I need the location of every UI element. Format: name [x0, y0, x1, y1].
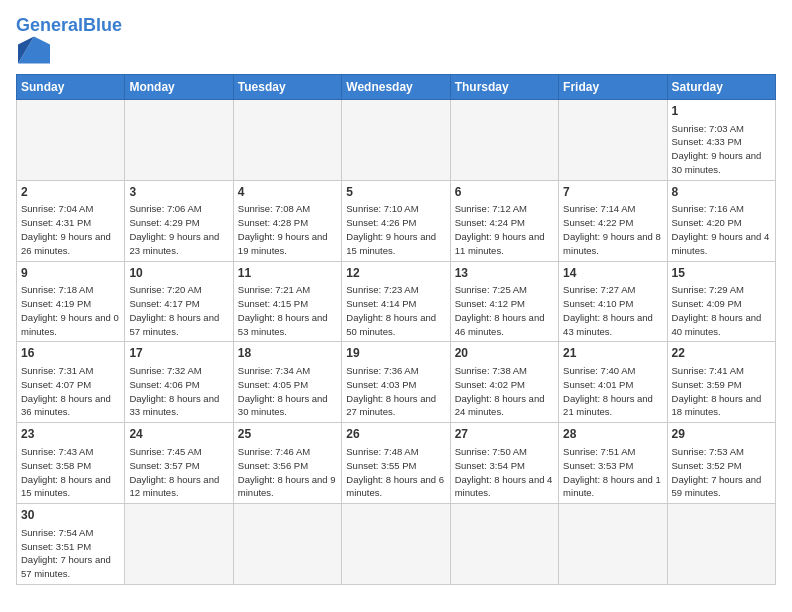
calendar-cell [342, 99, 450, 180]
calendar-week-row: 30Sunrise: 7:54 AM Sunset: 3:51 PM Dayli… [17, 504, 776, 585]
calendar-cell: 1Sunrise: 7:03 AM Sunset: 4:33 PM Daylig… [667, 99, 775, 180]
calendar-cell: 15Sunrise: 7:29 AM Sunset: 4:09 PM Dayli… [667, 261, 775, 342]
day-number: 16 [21, 345, 120, 362]
calendar-cell: 5Sunrise: 7:10 AM Sunset: 4:26 PM Daylig… [342, 180, 450, 261]
day-number: 18 [238, 345, 337, 362]
calendar-cell: 29Sunrise: 7:53 AM Sunset: 3:52 PM Dayli… [667, 423, 775, 504]
day-number: 24 [129, 426, 228, 443]
day-number: 6 [455, 184, 554, 201]
day-number: 27 [455, 426, 554, 443]
calendar-cell: 22Sunrise: 7:41 AM Sunset: 3:59 PM Dayli… [667, 342, 775, 423]
day-number: 14 [563, 265, 662, 282]
day-info: Sunrise: 7:08 AM Sunset: 4:28 PM Dayligh… [238, 202, 337, 257]
day-number: 29 [672, 426, 771, 443]
weekday-header: Monday [125, 74, 233, 99]
calendar-cell: 9Sunrise: 7:18 AM Sunset: 4:19 PM Daylig… [17, 261, 125, 342]
calendar-week-row: 23Sunrise: 7:43 AM Sunset: 3:58 PM Dayli… [17, 423, 776, 504]
calendar-cell [233, 504, 341, 585]
day-number: 8 [672, 184, 771, 201]
calendar-cell: 2Sunrise: 7:04 AM Sunset: 4:31 PM Daylig… [17, 180, 125, 261]
calendar-cell: 27Sunrise: 7:50 AM Sunset: 3:54 PM Dayli… [450, 423, 558, 504]
weekday-header: Saturday [667, 74, 775, 99]
day-number: 23 [21, 426, 120, 443]
day-number: 7 [563, 184, 662, 201]
calendar-cell: 28Sunrise: 7:51 AM Sunset: 3:53 PM Dayli… [559, 423, 667, 504]
calendar-cell: 8Sunrise: 7:16 AM Sunset: 4:20 PM Daylig… [667, 180, 775, 261]
calendar-cell [125, 99, 233, 180]
calendar-week-row: 2Sunrise: 7:04 AM Sunset: 4:31 PM Daylig… [17, 180, 776, 261]
calendar-cell: 26Sunrise: 7:48 AM Sunset: 3:55 PM Dayli… [342, 423, 450, 504]
logo: GeneralBlue [16, 16, 122, 68]
day-info: Sunrise: 7:21 AM Sunset: 4:15 PM Dayligh… [238, 283, 337, 338]
day-number: 20 [455, 345, 554, 362]
calendar-cell: 20Sunrise: 7:38 AM Sunset: 4:02 PM Dayli… [450, 342, 558, 423]
day-number: 19 [346, 345, 445, 362]
day-number: 25 [238, 426, 337, 443]
calendar-cell [450, 99, 558, 180]
calendar-cell: 4Sunrise: 7:08 AM Sunset: 4:28 PM Daylig… [233, 180, 341, 261]
calendar-cell: 23Sunrise: 7:43 AM Sunset: 3:58 PM Dayli… [17, 423, 125, 504]
day-number: 11 [238, 265, 337, 282]
calendar-cell: 21Sunrise: 7:40 AM Sunset: 4:01 PM Dayli… [559, 342, 667, 423]
day-info: Sunrise: 7:50 AM Sunset: 3:54 PM Dayligh… [455, 445, 554, 500]
logo-icon [18, 36, 50, 64]
weekday-header: Sunday [17, 74, 125, 99]
day-number: 3 [129, 184, 228, 201]
day-number: 5 [346, 184, 445, 201]
day-info: Sunrise: 7:36 AM Sunset: 4:03 PM Dayligh… [346, 364, 445, 419]
calendar-cell [450, 504, 558, 585]
calendar-header-row: SundayMondayTuesdayWednesdayThursdayFrid… [17, 74, 776, 99]
calendar-week-row: 9Sunrise: 7:18 AM Sunset: 4:19 PM Daylig… [17, 261, 776, 342]
calendar-table: SundayMondayTuesdayWednesdayThursdayFrid… [16, 74, 776, 585]
logo-text: GeneralBlue [16, 16, 122, 36]
page-header: GeneralBlue [16, 12, 776, 68]
calendar-week-row: 16Sunrise: 7:31 AM Sunset: 4:07 PM Dayli… [17, 342, 776, 423]
day-info: Sunrise: 7:48 AM Sunset: 3:55 PM Dayligh… [346, 445, 445, 500]
day-info: Sunrise: 7:12 AM Sunset: 4:24 PM Dayligh… [455, 202, 554, 257]
weekday-header: Tuesday [233, 74, 341, 99]
calendar-cell: 18Sunrise: 7:34 AM Sunset: 4:05 PM Dayli… [233, 342, 341, 423]
day-info: Sunrise: 7:29 AM Sunset: 4:09 PM Dayligh… [672, 283, 771, 338]
day-info: Sunrise: 7:54 AM Sunset: 3:51 PM Dayligh… [21, 526, 120, 581]
day-info: Sunrise: 7:40 AM Sunset: 4:01 PM Dayligh… [563, 364, 662, 419]
day-info: Sunrise: 7:43 AM Sunset: 3:58 PM Dayligh… [21, 445, 120, 500]
calendar-cell: 16Sunrise: 7:31 AM Sunset: 4:07 PM Dayli… [17, 342, 125, 423]
calendar-cell: 7Sunrise: 7:14 AM Sunset: 4:22 PM Daylig… [559, 180, 667, 261]
day-info: Sunrise: 7:41 AM Sunset: 3:59 PM Dayligh… [672, 364, 771, 419]
day-info: Sunrise: 7:32 AM Sunset: 4:06 PM Dayligh… [129, 364, 228, 419]
day-info: Sunrise: 7:45 AM Sunset: 3:57 PM Dayligh… [129, 445, 228, 500]
day-number: 22 [672, 345, 771, 362]
calendar-cell [125, 504, 233, 585]
day-number: 12 [346, 265, 445, 282]
day-info: Sunrise: 7:23 AM Sunset: 4:14 PM Dayligh… [346, 283, 445, 338]
calendar-cell [667, 504, 775, 585]
calendar-cell: 13Sunrise: 7:25 AM Sunset: 4:12 PM Dayli… [450, 261, 558, 342]
calendar-cell: 3Sunrise: 7:06 AM Sunset: 4:29 PM Daylig… [125, 180, 233, 261]
calendar-cell: 12Sunrise: 7:23 AM Sunset: 4:14 PM Dayli… [342, 261, 450, 342]
calendar-cell [233, 99, 341, 180]
day-info: Sunrise: 7:27 AM Sunset: 4:10 PM Dayligh… [563, 283, 662, 338]
calendar-cell [17, 99, 125, 180]
calendar-cell: 25Sunrise: 7:46 AM Sunset: 3:56 PM Dayli… [233, 423, 341, 504]
day-info: Sunrise: 7:25 AM Sunset: 4:12 PM Dayligh… [455, 283, 554, 338]
day-info: Sunrise: 7:14 AM Sunset: 4:22 PM Dayligh… [563, 202, 662, 257]
weekday-header: Thursday [450, 74, 558, 99]
day-info: Sunrise: 7:16 AM Sunset: 4:20 PM Dayligh… [672, 202, 771, 257]
day-info: Sunrise: 7:03 AM Sunset: 4:33 PM Dayligh… [672, 122, 771, 177]
weekday-header: Wednesday [342, 74, 450, 99]
day-number: 21 [563, 345, 662, 362]
day-number: 17 [129, 345, 228, 362]
day-info: Sunrise: 7:18 AM Sunset: 4:19 PM Dayligh… [21, 283, 120, 338]
calendar-cell: 11Sunrise: 7:21 AM Sunset: 4:15 PM Dayli… [233, 261, 341, 342]
calendar-cell [559, 504, 667, 585]
calendar-cell [559, 99, 667, 180]
day-number: 1 [672, 103, 771, 120]
calendar-cell: 10Sunrise: 7:20 AM Sunset: 4:17 PM Dayli… [125, 261, 233, 342]
calendar-cell: 19Sunrise: 7:36 AM Sunset: 4:03 PM Dayli… [342, 342, 450, 423]
day-info: Sunrise: 7:06 AM Sunset: 4:29 PM Dayligh… [129, 202, 228, 257]
day-info: Sunrise: 7:46 AM Sunset: 3:56 PM Dayligh… [238, 445, 337, 500]
day-info: Sunrise: 7:38 AM Sunset: 4:02 PM Dayligh… [455, 364, 554, 419]
logo-general: General [16, 15, 83, 35]
day-info: Sunrise: 7:31 AM Sunset: 4:07 PM Dayligh… [21, 364, 120, 419]
calendar-cell: 30Sunrise: 7:54 AM Sunset: 3:51 PM Dayli… [17, 504, 125, 585]
